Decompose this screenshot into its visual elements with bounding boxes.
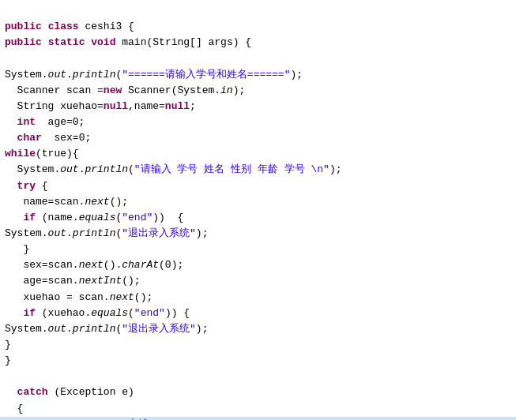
code-token: System. [5,69,48,81]
code-line: if (name.equals("end")) { [0,210,516,226]
code-token: "======请输入学号和姓名======" [122,69,290,81]
code-token: catch [17,386,48,398]
code-token: out [48,69,66,81]
code-token: (); [122,275,140,287]
code-token: System. [5,227,48,239]
code-token: class [48,21,79,32]
code-token: ( [128,307,134,319]
code-line: } [0,242,516,257]
code-token: public [5,36,42,48]
code-token: println [73,227,116,239]
code-line: public class ceshi3 { [0,19,516,35]
code-token: if [23,307,36,319]
code-token: )) { [165,307,190,319]
code-line: { [0,401,516,417]
code-token: (Exception e) [48,386,134,398]
code-token [5,307,23,319]
code-line: } [0,353,516,369]
code-token: "end" [122,212,153,223]
code-line: char sex=0; [0,130,516,146]
code-token: next [79,259,104,271]
code-token: ( [128,163,134,175]
code-token [42,21,48,32]
code-line: catch (Exception e) [0,384,516,400]
code-token: out [48,227,66,239]
code-token: } [5,243,29,255]
code-token: Scanner(System. [122,84,220,96]
code-token: in [220,84,233,96]
code-token: sex=scan. [5,259,79,271]
code-token [5,132,17,144]
code-token: out [60,163,78,175]
code-line: System.out.println("退出录入系统"); [0,321,516,337]
code-token: { [36,180,48,192]
code-line: String xuehao=null,name=null; [0,99,516,114]
code-token: )) { [153,212,183,223]
code-token: equals [79,212,116,223]
code-token: ,name= [128,100,165,112]
code-token: age=0; [36,116,85,128]
code-token: ); [290,69,303,81]
code-token: (); [110,196,128,208]
code-token: equals [91,307,128,319]
code-token: nextInt [79,275,122,287]
code-token: (). [104,259,122,271]
code-token: (xuehao. [36,307,91,319]
code-token: while [5,148,36,159]
code-line: public static void main(String[] args) { [0,35,516,51]
code-token: void [91,36,115,48]
code-token [42,36,48,48]
code-token: (0); [159,259,183,271]
code-token: ceshi3 { [79,21,134,32]
code-line: System.out.println("======请输入学号和姓名======… [0,67,516,83]
code-line: Scanner scan =new Scanner(System.in); [0,83,516,99]
code-token: ; [190,100,196,112]
code-token: ); [196,323,209,335]
code-token: System. [5,323,48,335]
code-token: println [73,69,116,81]
code-line: } [0,337,516,353]
code-token: ); [196,227,209,239]
code-token: String xuehao= [5,100,104,112]
code-token: null [165,100,190,112]
code-line: System.out.println("退出录入系统"); [0,226,516,242]
code-line: System.out.println("出错"+e.getMessage()); [0,417,516,420]
code-line: try { [0,178,516,194]
code-token: out [48,323,66,335]
code-token [5,116,17,128]
code-token: (); [134,291,153,303]
code-token: } [5,354,11,366]
code-line: name=scan.next(); [0,194,516,210]
code-token: ); [233,84,246,96]
code-token: name=scan. [5,196,85,208]
code-line [0,369,516,384]
code-line: int age=0; [0,114,516,130]
code-token [5,180,17,192]
code-token: char [17,132,42,144]
code-token: . [66,69,73,81]
code-token: null [104,100,128,112]
code-token [5,386,17,398]
code-token: next [85,196,109,208]
code-line: xuehao = scan.next(); [0,290,516,306]
code-token: public [5,21,42,32]
code-token: ); [330,163,342,175]
code-token: } [5,339,11,351]
code-token: "请输入 学号 姓名 性别 年龄 学号 \n" [134,163,330,175]
code-token: { [5,403,23,414]
code-token: (true){ [36,148,79,159]
code-token: "end" [134,307,165,319]
code-token: new [104,84,122,96]
code-token: try [17,180,36,192]
code-line: age=scan.nextInt(); [0,273,516,289]
code-line: if (xuehao.equals("end")) { [0,306,516,321]
code-line [0,51,516,66]
code-line: while(true){ [0,146,516,162]
code-token: (name. [36,212,79,223]
code-line: sex=scan.next().charAt(0); [0,257,516,273]
code-token: static [48,36,85,48]
code-line: System.out.println("请输入 学号 姓名 性别 年龄 学号 \… [0,162,516,178]
code-token: int [17,116,36,128]
code-editor: public class ceshi3 {public static void … [0,0,516,420]
code-token: "退出录入系统" [122,227,196,239]
